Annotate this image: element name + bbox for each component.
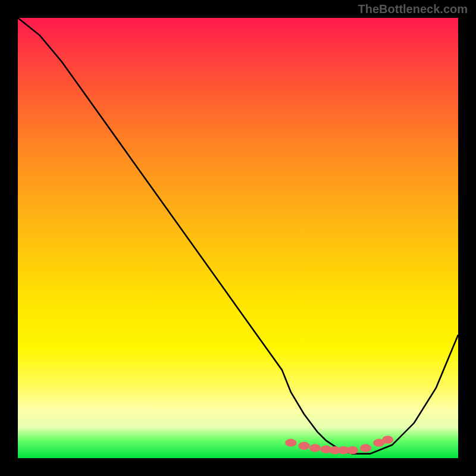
marker-dot (285, 439, 296, 446)
watermark-text: TheBottleneck.com (358, 2, 468, 16)
chart-gradient-background (18, 18, 458, 458)
marker-dot (309, 444, 321, 452)
marker-dot (298, 442, 309, 450)
marker-dot (360, 444, 371, 452)
marker-dot (382, 436, 393, 443)
marker-dot (347, 446, 358, 454)
bottleneck-curve (18, 18, 458, 454)
chart-svg (18, 18, 458, 458)
